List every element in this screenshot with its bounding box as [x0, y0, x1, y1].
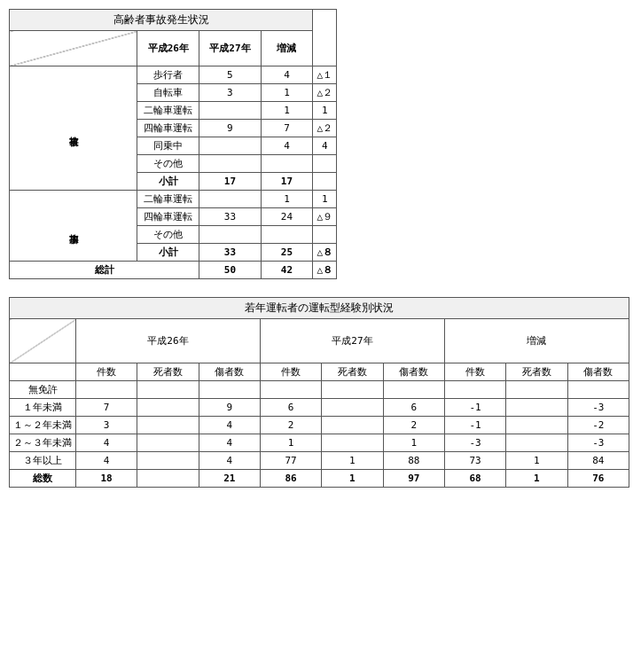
cell-h26: 33 [199, 208, 261, 226]
cell-h27: 24 [261, 208, 313, 226]
top-h26-header: 平成26年 [137, 31, 199, 66]
top-diagonal-header [10, 31, 137, 66]
bottom-cell-3: 1 [260, 434, 321, 452]
cell-diff: △２ [313, 84, 337, 102]
row-label: 同乗中 [137, 137, 199, 155]
section-label: 被害事故 [10, 66, 137, 191]
top-section: 高齢者事故発生状況 平成26年 平成27年 増減 被害事故歩行者54△１自転車3… [9, 9, 624, 279]
top-table-title: 高齢者事故発生状況 [10, 10, 313, 31]
cell-h27: 25 [261, 244, 313, 262]
sub-header-7: 死者数 [506, 363, 567, 381]
sub-header-5: 傷者数 [383, 363, 444, 381]
cell-h27 [261, 155, 313, 173]
cell-diff: △１ [313, 66, 337, 84]
bottom-cell-1 [137, 399, 199, 417]
bottom-h26-group: 平成26年 [76, 319, 261, 363]
bottom-cell-1 [137, 434, 199, 452]
total-h27: 42 [261, 262, 313, 279]
total-label: 総計 [10, 262, 199, 279]
cell-diff: 4 [313, 137, 337, 155]
bottom-cell-2: 21 [199, 470, 260, 488]
bottom-cell-0: 4 [76, 452, 137, 470]
bottom-cell-4 [322, 381, 383, 399]
bottom-cell-1 [137, 470, 199, 488]
bottom-row-label: 無免許 [10, 381, 76, 399]
cell-h26: 3 [199, 84, 261, 102]
bottom-cell-8 [567, 381, 629, 399]
bottom-sub-empty [10, 363, 76, 381]
row-label: 小計 [137, 173, 199, 191]
cell-h27: 1 [261, 191, 313, 208]
row-label: 二輪車運転 [137, 191, 199, 208]
section-label: 加害事故 [10, 191, 137, 262]
cell-h27: 7 [261, 120, 313, 137]
bottom-cell-4 [322, 399, 383, 417]
bottom-diagonal-header [10, 319, 76, 363]
bottom-cell-5 [383, 381, 444, 399]
bottom-cell-8: -3 [567, 434, 629, 452]
cell-h27: 17 [261, 173, 313, 191]
cell-diff [313, 173, 337, 191]
bottom-cell-6: 68 [444, 470, 505, 488]
bottom-cell-4 [322, 434, 383, 452]
bottom-cell-7: 1 [506, 452, 567, 470]
cell-h26 [199, 226, 261, 244]
top-table: 高齢者事故発生状況 平成26年 平成27年 増減 被害事故歩行者54△１自転車3… [9, 9, 337, 279]
bottom-cell-6: 73 [444, 452, 505, 470]
cell-h27: 4 [261, 66, 313, 84]
cell-h27: 1 [261, 84, 313, 102]
row-label: 歩行者 [137, 66, 199, 84]
cell-diff: △８ [313, 244, 337, 262]
row-label: その他 [137, 155, 199, 173]
cell-diff: △２ [313, 120, 337, 137]
cell-h27 [261, 226, 313, 244]
bottom-cell-0 [76, 381, 137, 399]
bottom-cell-2: 4 [199, 417, 260, 434]
bottom-cell-8: 84 [567, 452, 629, 470]
row-label: 四輪車運転 [137, 120, 199, 137]
top-h27-header: 平成27年 [199, 31, 261, 66]
top-diff-header: 増減 [261, 31, 313, 66]
bottom-cell-8: -2 [567, 417, 629, 434]
cell-h26: 5 [199, 66, 261, 84]
bottom-cell-6: -1 [444, 417, 505, 434]
bottom-row-label: ２～３年未満 [10, 434, 76, 452]
sub-header-8: 傷者数 [567, 363, 629, 381]
bottom-cell-6 [444, 381, 505, 399]
cell-h26 [199, 137, 261, 155]
bottom-cell-7: 1 [506, 470, 567, 488]
cell-diff: 1 [313, 191, 337, 208]
cell-diff: 1 [313, 102, 337, 120]
bottom-cell-3 [260, 381, 321, 399]
bottom-cell-5: 88 [383, 452, 444, 470]
bottom-cell-3: 86 [260, 470, 321, 488]
sub-header-4: 死者数 [322, 363, 383, 381]
bottom-diff-group: 増減 [444, 319, 629, 363]
bottom-cell-7 [506, 417, 567, 434]
row-label: 小計 [137, 244, 199, 262]
bottom-cell-7 [506, 399, 567, 417]
cell-h27: 4 [261, 137, 313, 155]
cell-h26 [199, 191, 261, 208]
bottom-cell-5: 97 [383, 470, 444, 488]
bottom-h27-group: 平成27年 [260, 319, 444, 363]
bottom-cell-2: 4 [199, 452, 260, 470]
bottom-row-label: １～２年未満 [10, 417, 76, 434]
row-label: 二輪車運転 [137, 102, 199, 120]
bottom-table: 若年運転者の運転型経験別状況 平成26年 平成27年 増減 件数死者数傷者数件数… [9, 297, 629, 488]
bottom-cell-2: 9 [199, 399, 260, 417]
cell-h26: 33 [199, 244, 261, 262]
sub-header-0: 件数 [76, 363, 137, 381]
total-diff: △８ [313, 262, 337, 279]
bottom-row-label: 総数 [10, 470, 76, 488]
bottom-cell-5: 1 [383, 434, 444, 452]
cell-h26: 9 [199, 120, 261, 137]
bottom-cell-0: 4 [76, 434, 137, 452]
bottom-cell-3: 6 [260, 399, 321, 417]
bottom-cell-1 [137, 452, 199, 470]
bottom-cell-2 [199, 381, 260, 399]
bottom-cell-5: 2 [383, 417, 444, 434]
bottom-cell-4 [322, 417, 383, 434]
bottom-cell-5: 6 [383, 399, 444, 417]
cell-diff [313, 226, 337, 244]
